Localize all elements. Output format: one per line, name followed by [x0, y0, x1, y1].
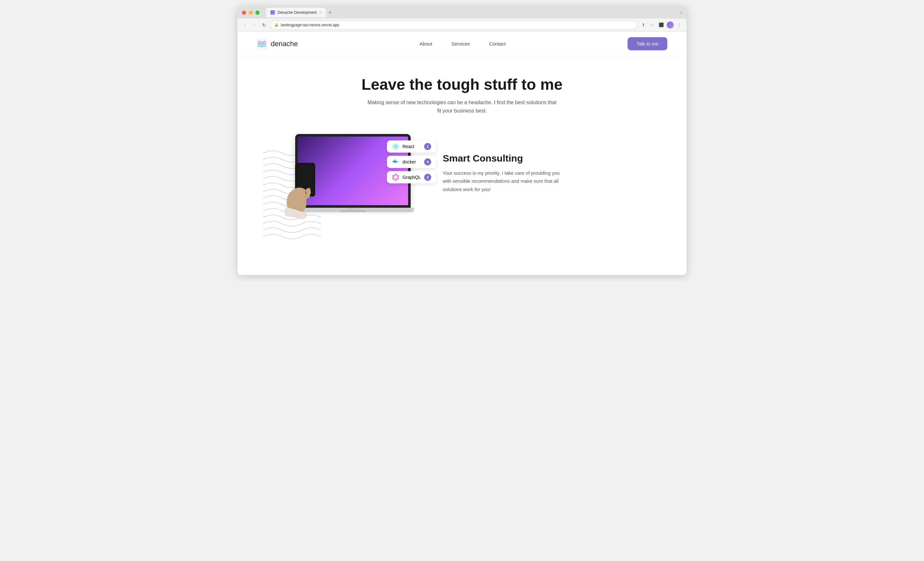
tech-badges-container: React 1	[387, 141, 436, 183]
consulting-text: Smart Consulting Your success is my prio…	[443, 153, 661, 194]
tab-favicon	[270, 10, 275, 15]
docker-icon	[392, 159, 399, 165]
hero-section: Leave the tough stuff to me Making sense…	[237, 57, 687, 121]
lock-icon: 🔒	[274, 23, 279, 27]
logo-icon	[256, 39, 268, 49]
window-menu-icon[interactable]: ›	[680, 9, 682, 16]
graphql-icon	[392, 174, 399, 181]
graphql-label: GraphQL	[402, 175, 421, 180]
website-content: denache About Services Contact Talk to m…	[237, 31, 687, 275]
browser-titlebar: Denache Development × + ›	[237, 6, 687, 19]
forward-button[interactable]: ›	[251, 21, 258, 28]
main-content: MacBook Pro	[237, 121, 687, 225]
laptop-container: MacBook Pro	[295, 134, 423, 212]
extensions-button[interactable]: ⬛	[658, 21, 665, 28]
nav-services[interactable]: Services	[452, 41, 470, 46]
react-badge: React 1	[387, 141, 436, 153]
svg-rect-8	[394, 160, 394, 161]
react-icon	[392, 143, 399, 150]
nav-links: About Services Contact	[420, 41, 506, 46]
back-button[interactable]: ‹	[241, 21, 248, 28]
profile-avatar[interactable]	[667, 21, 674, 28]
browser-window: Denache Development × + › ‹ › ↻ 🔒 landin…	[237, 6, 687, 275]
react-count: 1	[424, 143, 431, 150]
svg-rect-9	[395, 160, 396, 161]
menu-button[interactable]: ⋮	[676, 21, 683, 28]
tab-close-button[interactable]: ×	[319, 10, 321, 14]
browser-toolbar: ‹ › ↻ 🔒 landingpage-tau-henna.vercel.app…	[237, 19, 687, 31]
cta-button[interactable]: Talk to me	[627, 37, 668, 50]
graphql-badge: GraphQL 2	[387, 171, 436, 183]
react-label: React	[402, 144, 414, 149]
new-tab-button[interactable]: +	[326, 9, 334, 16]
reload-button[interactable]: ↻	[261, 21, 268, 28]
svg-point-1	[395, 146, 396, 147]
hero-subtitle: Making sense of new technologies can be …	[366, 99, 558, 115]
consulting-title: Smart Consulting	[443, 153, 661, 164]
browser-tabs: Denache Development × +	[266, 8, 334, 17]
close-button[interactable]	[242, 10, 246, 15]
address-bar[interactable]: 🔒 landingpage-tau-henna.vercel.app	[270, 21, 637, 30]
docker-label: docker	[402, 159, 416, 165]
laptop-label: MacBook Pro	[346, 208, 360, 210]
nav-contact[interactable]: Contact	[489, 41, 506, 46]
graphql-count: 2	[424, 174, 431, 181]
bookmark-button[interactable]: ☆	[649, 21, 656, 28]
site-navbar: denache About Services Contact Talk to m…	[237, 31, 687, 57]
address-text: landingpage-tau-henna.vercel.app	[281, 23, 339, 27]
consulting-description: Your success is my priority. I take care…	[443, 169, 565, 194]
active-tab[interactable]: Denache Development ×	[266, 8, 326, 17]
illustration-wrapper: MacBook Pro	[263, 134, 423, 212]
tab-title: Denache Development	[278, 10, 316, 15]
hand-phone-illustration	[279, 160, 327, 232]
minimize-button[interactable]	[249, 10, 253, 15]
hero-title: Leave the tough stuff to me	[244, 76, 680, 93]
logo-text: denache	[271, 40, 298, 48]
nav-about[interactable]: About	[420, 41, 432, 46]
docker-count: 4	[424, 159, 431, 165]
logo-link[interactable]: denache	[256, 39, 298, 49]
toolbar-actions: ⬆ ☆ ⬛ ⋮	[640, 21, 683, 28]
maximize-button[interactable]	[255, 10, 260, 15]
docker-badge: docker 4	[387, 156, 436, 168]
share-button[interactable]: ⬆	[640, 21, 647, 28]
